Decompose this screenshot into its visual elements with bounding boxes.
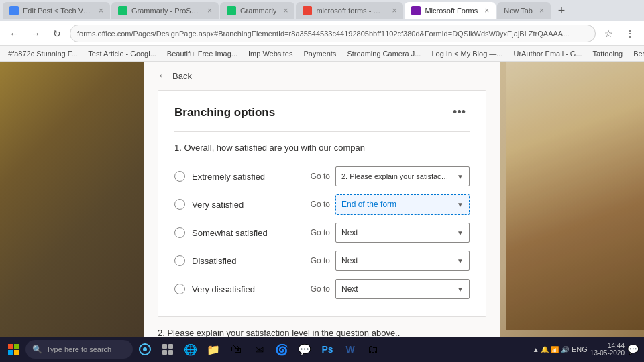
bookmark-4[interactable]: Payments xyxy=(301,50,339,58)
tab6-close[interactable]: × xyxy=(539,6,544,15)
back-button[interactable]: ← xyxy=(5,25,23,42)
bookmark-1[interactable]: Test Article - Googl... xyxy=(85,50,158,58)
bookmarks-bar: #fa872c Stunning F... Test Article - Goo… xyxy=(0,46,644,62)
tab5-close[interactable]: × xyxy=(484,6,489,15)
tab2-close[interactable]: × xyxy=(207,6,212,15)
tab-4[interactable]: microsoft forms - Google Se... × xyxy=(296,2,403,19)
bookmark-2[interactable]: Beautiful Free Imag... xyxy=(164,50,240,58)
dropdown-value-1: End of the form xyxy=(341,200,396,209)
address-bar[interactable]: forms.office.com/Pages/DesignPage.aspx#B… xyxy=(70,25,596,42)
dropdown-2[interactable]: Next ▼ xyxy=(335,223,470,243)
tab4-favicon xyxy=(303,6,312,15)
branching-title: Branching options xyxy=(174,106,275,119)
svg-rect-7 xyxy=(168,344,173,349)
taskbar-time: 14:44 13-05-2020 xyxy=(590,342,625,357)
radio-extremely-satisfied xyxy=(174,171,185,182)
bookmark-9[interactable]: Best Live Chat xyxy=(631,50,644,58)
tab1-close[interactable]: × xyxy=(99,6,103,15)
branching-options-box: Branching options ••• 1. Overall, how sa… xyxy=(158,90,486,317)
windows-icon xyxy=(8,344,19,355)
section2-title: 2. Please explain your satisfaction leve… xyxy=(158,328,486,337)
time-display: 14:44 xyxy=(590,342,625,349)
bookmark-5[interactable]: Streaming Camera J... xyxy=(344,50,423,58)
left-sidebar xyxy=(0,62,144,337)
svg-point-5 xyxy=(143,347,147,351)
tab-5[interactable]: Microsoft Forms × xyxy=(405,2,496,19)
dropdown-value-4: Next xyxy=(341,284,358,294)
tab-3[interactable]: Grammarly × xyxy=(220,2,294,19)
dropdown-0[interactable]: 2. Please explain your satisfaction leve… xyxy=(335,166,470,186)
tab3-close[interactable]: × xyxy=(283,6,288,15)
back-arrow-icon: ← xyxy=(158,70,168,82)
dropdown-arrow-1: ▼ xyxy=(457,201,464,208)
taskbar-app-explorer[interactable]: 🗂 xyxy=(362,339,384,360)
dropdown-arrow-3: ▼ xyxy=(457,257,464,265)
go-to-label-4: Go to xyxy=(311,284,330,294)
tab2-label: Grammarly - ProSeoTools_... xyxy=(131,7,201,15)
radio-somewhat-satisfied xyxy=(174,227,185,238)
nav-bar: ← → ↻ forms.office.com/Pages/DesignPage.… xyxy=(0,21,644,46)
taskbar-app-cortana[interactable] xyxy=(134,339,156,360)
taskbar-apps: 🌐 📁 🛍 ✉ 🌀 💬 Ps W 🗂 xyxy=(134,339,531,360)
bookmark-0[interactable]: #fa872c Stunning F... xyxy=(5,50,80,58)
forward-button[interactable]: → xyxy=(27,25,44,42)
bookmark-7[interactable]: UrAuthor Email - G... xyxy=(511,50,585,58)
tab5-favicon xyxy=(411,6,421,15)
bookmark-3[interactable]: Imp Websites xyxy=(246,50,295,58)
taskbar-search[interactable]: 🔍 Type here to search xyxy=(25,340,133,359)
system-tray: ▲ 🔔 📶 🔊 xyxy=(533,346,569,353)
option-row-1: Very satisfied Go to End of the form ▼ xyxy=(174,190,470,219)
tab4-close[interactable]: × xyxy=(392,6,396,15)
dropdown-3[interactable]: Next ▼ xyxy=(335,251,470,271)
taskbar-app-task-view[interactable] xyxy=(157,339,178,360)
option-label-2: Somewhat satisfied xyxy=(192,228,311,238)
dropdown-value-2: Next xyxy=(341,228,358,237)
taskbar-app-files[interactable]: 📁 xyxy=(203,339,224,360)
dropdown-value-3: Next xyxy=(341,256,358,265)
new-tab-button[interactable]: + xyxy=(552,2,571,19)
start-button[interactable] xyxy=(3,339,24,360)
taskbar-app-chrome[interactable]: 🌀 xyxy=(271,339,292,360)
taskbar-app-word[interactable]: W xyxy=(339,339,361,360)
svg-rect-8 xyxy=(162,350,167,355)
bookmark-6[interactable]: Log In < My Blog —... xyxy=(429,50,505,58)
task-view-icon xyxy=(161,343,174,356)
taskbar-app-store[interactable]: 🛍 xyxy=(225,339,247,360)
branching-header: Branching options ••• xyxy=(174,104,470,121)
tab6-label: New Tab xyxy=(504,7,533,15)
bookmark-star[interactable]: ☆ xyxy=(600,25,617,42)
dropdown-arrow-0: ▼ xyxy=(457,173,464,180)
tab5-label: Microsoft Forms xyxy=(425,7,478,15)
section-2: 2. Please explain your satisfaction leve… xyxy=(158,328,486,337)
center-panel: ← Back Branching options ••• 1. Overall,… xyxy=(144,62,500,337)
tab-6[interactable]: New Tab × xyxy=(497,2,551,19)
taskbar-app-edge[interactable]: 🌐 xyxy=(180,339,201,360)
bookmark-8[interactable]: Tattooing xyxy=(590,50,626,58)
option-row-3: Dissatisfied Go to Next ▼ xyxy=(174,247,470,275)
option-row-4: Very dissatisfied Go to Next ▼ xyxy=(174,275,470,303)
dropdown-1[interactable]: End of the form ▼ xyxy=(335,194,470,215)
dropdown-4[interactable]: Next ▼ xyxy=(335,279,470,299)
taskbar-app-mail[interactable]: ✉ xyxy=(248,339,270,360)
settings-button[interactable]: ⋮ xyxy=(621,25,639,42)
tab-1[interactable]: Edit Post < Tech Viral — Wor... × xyxy=(3,2,110,19)
option-row-0: Extremely satisfied Go to 2. Please expl… xyxy=(174,162,470,190)
option-row-2: Somewhat satisfied Go to Next ▼ xyxy=(174,219,470,247)
option-label-3: Dissatisfied xyxy=(192,256,311,266)
svg-rect-9 xyxy=(168,350,173,355)
option-label-4: Very dissatisfied xyxy=(192,284,311,294)
divider xyxy=(174,131,470,132)
search-icon: 🔍 xyxy=(32,345,42,354)
taskbar-app-ps[interactable]: Ps xyxy=(317,339,338,360)
radio-dissatisfied xyxy=(174,255,185,266)
date-display: 13-05-2020 xyxy=(590,349,625,357)
reload-button[interactable]: ↻ xyxy=(48,25,66,42)
taskbar-app-whatsapp[interactable]: 💬 xyxy=(294,339,315,360)
back-nav-button[interactable]: ← Back xyxy=(144,62,500,90)
radio-very-satisfied xyxy=(174,199,185,210)
tab-2[interactable]: Grammarly - ProSeoTools_... × xyxy=(111,2,219,19)
tab2-favicon xyxy=(118,6,127,15)
notification-button[interactable]: 💬 xyxy=(627,344,639,355)
dropdown-arrow-4: ▼ xyxy=(457,286,464,293)
more-options-button[interactable]: ••• xyxy=(449,104,470,121)
